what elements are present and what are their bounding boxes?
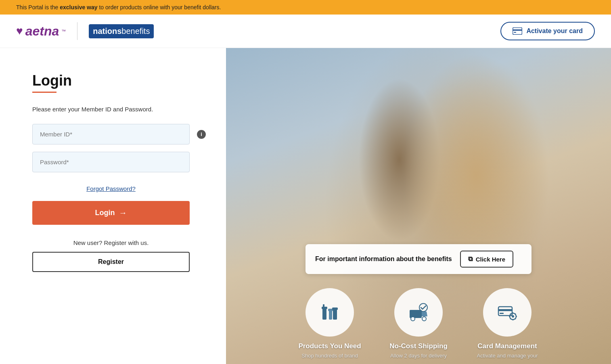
feature-products: Products You Need Shop hundreds of brand (293, 288, 366, 359)
logo-area: ♥ aetna™ nationsbenefits (16, 22, 154, 40)
login-panel: Login Please enter your Member ID and Pa… (0, 48, 226, 364)
activate-card-button[interactable]: Activate your card (500, 22, 595, 40)
activate-card-label: Activate your card (526, 27, 583, 35)
svg-rect-10 (410, 310, 422, 318)
feature-shipping-sublabel: Allow 2 days for delivery (390, 353, 447, 359)
feature-products-circle (306, 288, 354, 337)
svg-point-18 (512, 315, 514, 318)
login-title: Login (32, 72, 194, 89)
password-input[interactable] (32, 152, 190, 172)
click-here-button[interactable]: ⧉ Click Here (460, 251, 513, 268)
svg-line-24 (515, 319, 516, 319)
member-id-info-icon[interactable]: i (197, 130, 206, 139)
svg-line-23 (510, 314, 511, 314)
banner-text-suffix: to order products online with your benef… (98, 4, 221, 10)
svg-rect-15 (498, 309, 512, 311)
svg-point-12 (422, 317, 426, 321)
login-title-underline (32, 92, 56, 93)
forgot-password-link[interactable]: Forgot Password? (32, 185, 190, 192)
feature-card-management-label: Card Management (477, 342, 537, 350)
aetna-logo: ♥ aetna™ (16, 24, 66, 39)
products-icon (318, 300, 342, 324)
main-content: Login Please enter your Member ID and Pa… (0, 48, 611, 364)
aetna-heart-icon: ♥ (16, 25, 23, 38)
credit-card-icon (513, 27, 522, 35)
card-management-icon (495, 300, 519, 324)
login-button-label: Login (95, 209, 115, 217)
svg-rect-8 (333, 309, 337, 320)
svg-line-26 (510, 319, 511, 319)
svg-line-25 (515, 314, 516, 314)
svg-rect-0 (513, 28, 522, 35)
feature-products-label: Products You Need (298, 342, 361, 350)
click-here-label: Click Here (476, 256, 505, 263)
svg-rect-5 (323, 304, 324, 308)
aetna-trademark: ™ (61, 29, 66, 33)
banner-text-bold: exclusive way (60, 4, 97, 10)
banner-text-prefix: This Portal is the (16, 4, 60, 10)
login-arrow-icon: → (119, 208, 127, 218)
register-button[interactable]: Register (32, 252, 190, 272)
password-wrapper (32, 152, 194, 172)
external-link-icon: ⧉ (468, 255, 473, 263)
features-row: Products You Need Shop hundreds of brand (293, 288, 544, 359)
svg-rect-9 (332, 308, 338, 310)
nations-wordmark: nations (93, 27, 121, 36)
login-subtitle: Please enter your Member ID and Password… (32, 106, 194, 113)
aetna-wordmark: aetna (25, 24, 59, 39)
member-id-wrapper: i (32, 124, 194, 144)
benefits-wordmark: benefits (121, 27, 150, 36)
svg-rect-6 (329, 310, 332, 320)
feature-card-management-sublabel: Activate and manage your (477, 353, 538, 359)
shipping-icon (406, 300, 431, 324)
nations-benefits-logo: nationsbenefits (89, 24, 154, 38)
member-id-input[interactable] (32, 124, 190, 144)
feature-shipping: No-Cost Shipping Allow 2 days for delive… (382, 288, 455, 359)
info-bar: For important information about the bene… (306, 244, 531, 274)
svg-rect-1 (513, 29, 522, 31)
svg-rect-2 (514, 32, 516, 33)
feature-shipping-circle (394, 288, 443, 337)
feature-products-sublabel: Shop hundreds of brand (301, 353, 358, 359)
top-banner: This Portal is the exclusive way to orde… (0, 0, 611, 15)
header: ♥ aetna™ nationsbenefits Activate your c… (0, 15, 611, 48)
login-button[interactable]: Login → (32, 201, 190, 225)
register-prompt: New user? Register with us. (32, 239, 190, 246)
image-panel: For important information about the bene… (226, 48, 611, 364)
svg-rect-3 (322, 308, 326, 320)
logo-divider (77, 22, 77, 40)
svg-point-11 (411, 317, 415, 321)
info-bar-text: For important information about the bene… (315, 255, 452, 263)
feature-shipping-label: No-Cost Shipping (389, 342, 448, 350)
svg-rect-16 (500, 313, 504, 314)
feature-card-circle (483, 288, 531, 337)
feature-card-management: Card Management Activate and manage your (471, 288, 544, 359)
